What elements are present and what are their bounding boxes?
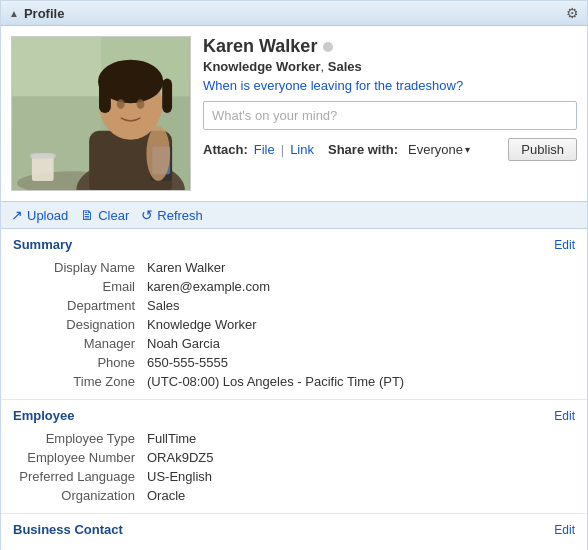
table-row: Time Zone(UTC-08:00) Los Angeles - Pacif… bbox=[13, 372, 575, 391]
employee-edit-button[interactable]: Edit bbox=[554, 409, 575, 423]
summary-edit-button[interactable]: Edit bbox=[554, 238, 575, 252]
clear-label: Clear bbox=[98, 208, 129, 223]
clear-icon: 🗎 bbox=[80, 207, 94, 223]
table-row: Employee TypeFullTime bbox=[13, 429, 575, 448]
profile-photo bbox=[11, 36, 191, 191]
attach-bar: Attach: File | Link Share with: Everyone… bbox=[203, 138, 577, 161]
profile-panel: ▲ Profile ⚙ bbox=[0, 0, 588, 550]
profile-top: Karen Walker Knowledge Worker, Sales Whe… bbox=[1, 26, 587, 201]
field-label: Department bbox=[13, 296, 143, 315]
panel-header: ▲ Profile ⚙ bbox=[1, 1, 587, 26]
svg-rect-5 bbox=[30, 153, 56, 158]
user-name: Karen Walker bbox=[203, 36, 317, 57]
refresh-button[interactable]: ↺ Refresh bbox=[141, 207, 203, 223]
field-value: 650-555-5555 bbox=[143, 353, 575, 372]
chevron-down-icon: ▾ bbox=[465, 144, 470, 155]
field-value: Karen Walker bbox=[143, 258, 575, 277]
table-row: Display NameKaren Walker bbox=[13, 258, 575, 277]
panel-header-left: ▲ Profile bbox=[9, 6, 64, 21]
field-label: Email bbox=[13, 277, 143, 296]
field-label: Employee Number bbox=[13, 448, 143, 467]
field-value: FullTime bbox=[143, 429, 575, 448]
summary-title: Summary bbox=[13, 237, 72, 252]
field-value[interactable]: Noah Garcia bbox=[143, 334, 575, 353]
svg-point-13 bbox=[117, 99, 125, 109]
business-contact-header: Business Contact Edit bbox=[13, 522, 575, 537]
business-contact-section: Business Contact Edit bbox=[1, 514, 587, 550]
table-row: OrganizationOracle bbox=[13, 486, 575, 505]
field-value[interactable]: karen@example.com bbox=[143, 277, 575, 296]
svg-rect-12 bbox=[162, 78, 172, 113]
business-contact-edit-button[interactable]: Edit bbox=[554, 523, 575, 537]
attach-label: Attach: bbox=[203, 142, 248, 157]
table-row: Preferred LanguageUS-English bbox=[13, 467, 575, 486]
status-dot bbox=[323, 42, 333, 52]
table-row: DepartmentSales bbox=[13, 296, 575, 315]
publish-button[interactable]: Publish bbox=[508, 138, 577, 161]
field-label: Employee Type bbox=[13, 429, 143, 448]
field-label: Phone bbox=[13, 353, 143, 372]
refresh-label: Refresh bbox=[157, 208, 203, 223]
profile-name-row: Karen Walker bbox=[203, 36, 577, 57]
table-row: Employee NumberORAk9DZ5 bbox=[13, 448, 575, 467]
share-dropdown[interactable]: Everyone ▾ bbox=[408, 142, 470, 157]
summary-table: Display NameKaren WalkerEmailkaren@examp… bbox=[13, 258, 575, 391]
summary-header: Summary Edit bbox=[13, 237, 575, 252]
field-label: Manager bbox=[13, 334, 143, 353]
clear-button[interactable]: 🗎 Clear bbox=[80, 207, 129, 223]
upload-label: Upload bbox=[27, 208, 68, 223]
field-label: Display Name bbox=[13, 258, 143, 277]
field-value: ORAk9DZ5 bbox=[143, 448, 575, 467]
employee-title: Employee bbox=[13, 408, 74, 423]
svg-point-14 bbox=[137, 99, 145, 109]
svg-point-17 bbox=[146, 126, 170, 181]
field-label: Time Zone bbox=[13, 372, 143, 391]
field-value: US-English bbox=[143, 467, 575, 486]
post-input[interactable]: What's on your mind? bbox=[203, 101, 577, 130]
department: Sales bbox=[328, 59, 362, 74]
employee-section: Employee Edit Employee TypeFullTimeEmplo… bbox=[1, 400, 587, 514]
field-label: Designation bbox=[13, 315, 143, 334]
field-value: Knowledge Worker bbox=[143, 315, 575, 334]
field-value: (UTC-08:00) Los Angeles - Pacific Time (… bbox=[143, 372, 575, 391]
attach-link-link[interactable]: Link bbox=[290, 142, 314, 157]
profile-question: When is everyone leaving for the tradesh… bbox=[203, 78, 577, 93]
summary-section: Summary Edit Display NameKaren WalkerEma… bbox=[1, 229, 587, 400]
table-row: DesignationKnowledge Worker bbox=[13, 315, 575, 334]
svg-rect-11 bbox=[99, 78, 111, 113]
share-value: Everyone bbox=[408, 142, 463, 157]
panel-title: Profile bbox=[24, 6, 64, 21]
field-value: Sales bbox=[143, 296, 575, 315]
upload-icon: ↗ bbox=[11, 207, 23, 223]
job-title: Knowledge Worker bbox=[203, 59, 321, 74]
table-row: Emailkaren@example.com bbox=[13, 277, 575, 296]
share-label: Share with: bbox=[328, 142, 398, 157]
table-row: Phone650-555-5555 bbox=[13, 353, 575, 372]
post-placeholder: What's on your mind? bbox=[212, 108, 337, 123]
field-label: Preferred Language bbox=[13, 467, 143, 486]
collapse-icon[interactable]: ▲ bbox=[9, 8, 19, 19]
attach-separator: | bbox=[281, 142, 284, 157]
field-value: Oracle bbox=[143, 486, 575, 505]
profile-info: Karen Walker Knowledge Worker, Sales Whe… bbox=[203, 36, 577, 191]
toolbar: ↗ Upload 🗎 Clear ↺ Refresh bbox=[1, 201, 587, 229]
employee-header: Employee Edit bbox=[13, 408, 575, 423]
upload-button[interactable]: ↗ Upload bbox=[11, 207, 68, 223]
profile-title: Knowledge Worker, Sales bbox=[203, 59, 577, 74]
refresh-icon: ↺ bbox=[141, 207, 153, 223]
attach-file-link[interactable]: File bbox=[254, 142, 275, 157]
gear-icon[interactable]: ⚙ bbox=[566, 5, 579, 21]
employee-table: Employee TypeFullTimeEmployee NumberORAk… bbox=[13, 429, 575, 505]
field-label: Organization bbox=[13, 486, 143, 505]
table-row: ManagerNoah Garcia bbox=[13, 334, 575, 353]
business-contact-title: Business Contact bbox=[13, 522, 123, 537]
